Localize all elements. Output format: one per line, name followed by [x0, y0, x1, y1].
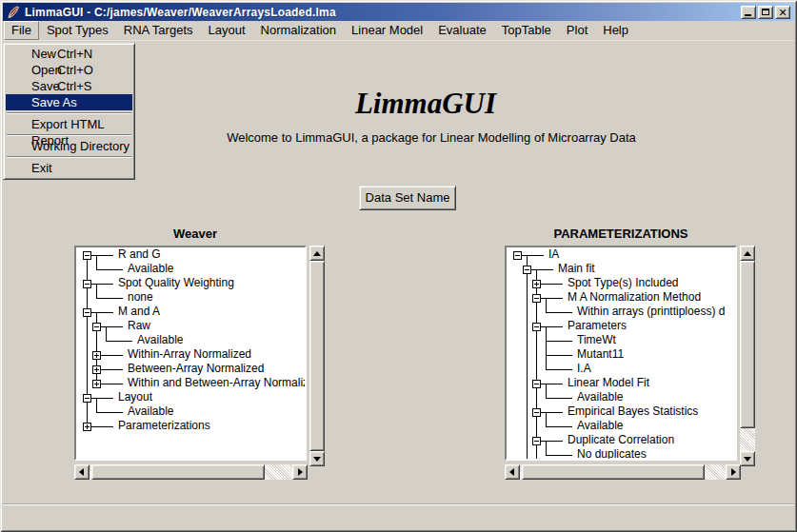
tree-connector-hline	[96, 412, 123, 413]
file-menu-item-exit[interactable]: Exit	[6, 160, 132, 176]
expander-minus-icon[interactable]	[532, 323, 541, 331]
menubar-item-normalization[interactable]: Normalization	[253, 21, 344, 40]
tree-node-label[interactable]: Empirical Bayes Statistics	[568, 405, 698, 418]
tree-node-label[interactable]: Parameters	[568, 320, 627, 332]
tree-node-label[interactable]: Available	[137, 334, 183, 346]
scroll-right-button[interactable]	[726, 464, 741, 480]
scroll-up-button[interactable]	[740, 246, 755, 261]
scroll-down-button[interactable]	[740, 451, 755, 466]
right-tree-title: PARAMETERIZATIONS	[526, 227, 716, 241]
file-menu-item-export-html-report[interactable]: Export HTML Report	[6, 116, 132, 132]
tree-node-label[interactable]: Available	[128, 405, 173, 418]
tree-connector-hline	[546, 398, 572, 399]
tree-node-label[interactable]: IA	[548, 248, 559, 261]
titlebar[interactable]: LimmaGUI - C:/james/Weaver/WeaverArraysL…	[3, 3, 794, 21]
menubar-item-layout[interactable]: Layout	[201, 21, 253, 40]
tree-node-label[interactable]: Within arrays (printtiploess) d	[577, 305, 725, 318]
tree-node-label[interactable]: No duplicates	[577, 448, 647, 459]
tree-connector-hline	[546, 355, 572, 356]
menu-item-shortcut: Ctrl+N	[57, 46, 92, 62]
file-menu-item-new[interactable]: NewCtrl+N	[6, 46, 132, 62]
expander-plus-icon[interactable]	[83, 423, 91, 431]
scroll-left-button[interactable]	[505, 464, 520, 480]
hscroll-thumb[interactable]	[522, 464, 705, 480]
tree-node-label[interactable]: Between-Array Normalized	[128, 363, 264, 375]
expander-minus-icon[interactable]	[83, 308, 91, 317]
tree-connector-vline	[96, 255, 97, 269]
tree-node-label[interactable]: Available	[128, 263, 173, 275]
tree-connector-hline	[546, 312, 572, 313]
left-tree: R and GAvailableSpot Quality Weightingno…	[74, 246, 307, 461]
expander-minus-icon[interactable]	[513, 251, 522, 260]
expander-minus-icon[interactable]	[92, 323, 101, 331]
expander-minus-icon[interactable]	[532, 380, 541, 388]
menubar-item-evaluate[interactable]: Evaluate	[430, 21, 494, 40]
tree-connector-hline	[546, 341, 572, 342]
tree-node-label[interactable]: Main fit	[558, 263, 595, 275]
tree-node-label[interactable]: M A Normalization Method	[568, 291, 701, 304]
tree-node-label[interactable]: Parameterizations	[118, 420, 210, 432]
menubar-item-plot[interactable]: Plot	[559, 21, 595, 40]
hscroll-thumb[interactable]	[91, 464, 265, 480]
arrow-up-icon	[313, 251, 321, 256]
tree-node-label[interactable]: none	[128, 291, 153, 304]
left-tree-hscrollbar[interactable]	[74, 464, 308, 480]
right-tree-hscrollbar[interactable]	[505, 464, 741, 480]
left-tree-canvas[interactable]: R and GAvailableSpot Quality Weightingno…	[76, 247, 305, 459]
tree-connector-hline	[96, 269, 123, 270]
expander-minus-icon[interactable]	[532, 408, 541, 417]
menubar-item-file[interactable]: File	[4, 21, 39, 40]
scroll-left-button[interactable]	[74, 464, 90, 480]
right-tree-vscrollbar[interactable]	[740, 246, 755, 466]
menu-separator	[7, 156, 131, 158]
tree-node-label[interactable]: I.A	[577, 363, 591, 375]
expander-minus-icon[interactable]	[523, 266, 531, 274]
tree-node-label[interactable]: TimeWt	[577, 334, 616, 346]
expander-minus-icon[interactable]	[83, 251, 91, 260]
maximize-button[interactable]	[758, 6, 773, 19]
minimize-button[interactable]	[741, 6, 756, 19]
tree-connector-hline	[546, 455, 572, 456]
scroll-up-button[interactable]	[309, 246, 325, 261]
scroll-right-button[interactable]	[292, 464, 308, 480]
file-menu-item-open[interactable]: OpenCtrl+O	[6, 62, 132, 78]
expander-plus-icon[interactable]	[92, 351, 101, 360]
menubar-item-rna-targets[interactable]: RNA Targets	[116, 21, 201, 40]
expander-plus-icon[interactable]	[92, 365, 101, 374]
file-menu-item-save[interactable]: SaveCtrl+S	[6, 78, 132, 94]
data-set-name-button[interactable]: Data Set Name	[359, 186, 456, 210]
menubar-item-linear-model[interactable]: Linear Model	[344, 21, 430, 40]
tree-node-label[interactable]: Raw	[128, 320, 150, 332]
tree-node-label[interactable]: Within and Between-Array Normalized	[128, 377, 305, 389]
tree-node-label[interactable]: Duplicate Correlation	[568, 434, 674, 446]
menubar-item-toptable[interactable]: TopTable	[494, 21, 559, 40]
file-menu-item-working-directory[interactable]: Working Directory	[6, 138, 132, 154]
menubar-item-help[interactable]: Help	[595, 21, 636, 40]
tree-node-label[interactable]: Spot Quality Weighting	[118, 277, 234, 289]
expander-minus-icon[interactable]	[83, 280, 91, 288]
scroll-down-button[interactable]	[309, 451, 325, 466]
expander-minus-icon[interactable]	[532, 437, 541, 445]
right-tree-canvas[interactable]: IAMain fitSpot Type(s) IncludedM A Norma…	[507, 247, 735, 459]
tree-connector-vline	[546, 412, 547, 426]
tree-node-label[interactable]: Layout	[118, 391, 152, 404]
expander-plus-icon[interactable]	[532, 280, 541, 288]
tree-node-label[interactable]: Available	[577, 420, 623, 432]
tree-node-label[interactable]: Linear Model Fit	[568, 377, 649, 389]
file-menu-item-save-as[interactable]: Save As	[6, 94, 132, 110]
vscroll-thumb[interactable]	[740, 261, 755, 428]
expander-minus-icon[interactable]	[532, 294, 541, 303]
expander-minus-icon[interactable]	[83, 394, 91, 403]
tree-node-label[interactable]: R and G	[118, 248, 161, 261]
close-button[interactable]: ✕	[775, 6, 790, 19]
app-heading: LimmaGUI	[283, 87, 568, 121]
tree-node-label[interactable]: Spot Type(s) Included	[568, 277, 679, 289]
tree-node-label[interactable]: Mutant11	[577, 348, 624, 361]
left-tree-vscrollbar[interactable]	[309, 246, 325, 466]
menubar-item-spot-types[interactable]: Spot Types	[39, 21, 116, 40]
vscroll-thumb[interactable]	[309, 261, 325, 451]
tree-node-label[interactable]: Available	[577, 391, 623, 404]
tree-node-label[interactable]: Within-Array Normalized	[128, 348, 251, 361]
expander-plus-icon[interactable]	[92, 380, 101, 388]
tree-node-label[interactable]: M and A	[118, 305, 160, 318]
